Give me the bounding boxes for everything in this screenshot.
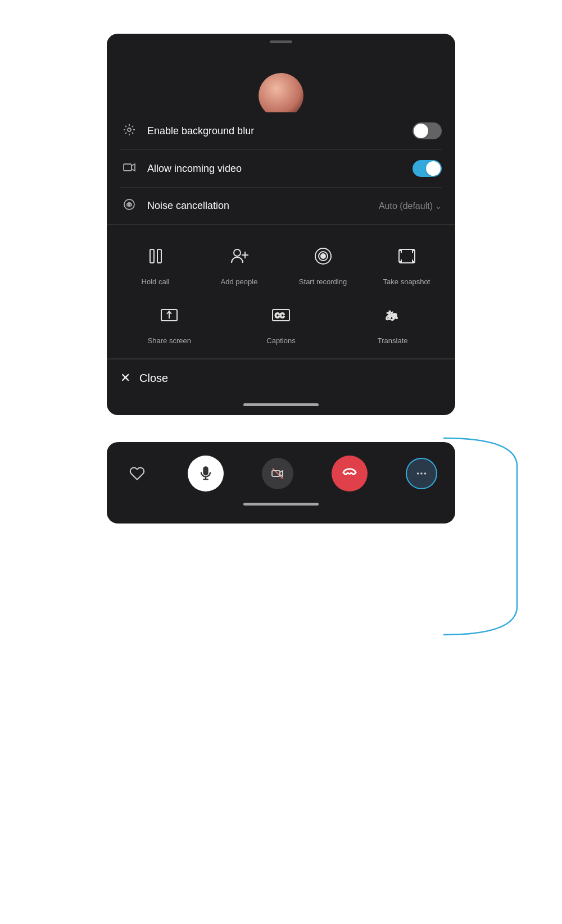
start-recording-button[interactable]: Start recording bbox=[283, 240, 362, 286]
svg-text:CC: CC bbox=[275, 312, 285, 320]
close-icon: ✕ bbox=[120, 371, 130, 385]
avatar bbox=[259, 73, 303, 112]
captions-label: Captions bbox=[266, 336, 295, 345]
incoming-video-row[interactable]: Allow incoming video bbox=[120, 150, 442, 188]
take-snapshot-button[interactable]: Take snapshot bbox=[367, 240, 446, 286]
share-screen-button[interactable]: Share screen bbox=[116, 299, 223, 345]
more-options-button[interactable] bbox=[406, 458, 437, 489]
svg-point-0 bbox=[128, 128, 131, 131]
actions-row1: Hold call Add people bbox=[107, 225, 455, 295]
add-people-label: Add people bbox=[221, 277, 258, 286]
chevron-down-icon: ⌄ bbox=[435, 202, 442, 211]
svg-rect-19 bbox=[204, 467, 208, 475]
take-snapshot-label: Take snapshot bbox=[383, 277, 430, 286]
share-screen-label: Share screen bbox=[148, 336, 191, 345]
close-label: Close bbox=[139, 372, 168, 385]
add-people-button[interactable]: Add people bbox=[200, 240, 279, 286]
cc-icon: CC bbox=[265, 299, 297, 331]
blur-icon bbox=[120, 123, 138, 139]
annotation-connector bbox=[444, 393, 534, 652]
hold-call-label: Hold call bbox=[142, 277, 170, 286]
svg-text:a: a bbox=[392, 311, 397, 320]
svg-point-3 bbox=[129, 204, 130, 206]
svg-point-11 bbox=[321, 254, 325, 258]
microphone-button[interactable] bbox=[188, 456, 224, 491]
translate-label: Translate bbox=[378, 336, 408, 345]
home-indicator-top bbox=[243, 403, 319, 406]
translate-button[interactable]: あ a Translate bbox=[339, 299, 446, 345]
start-recording-label: Start recording bbox=[299, 277, 347, 286]
snapshot-icon bbox=[391, 240, 423, 272]
drag-handle[interactable] bbox=[270, 40, 292, 43]
svg-point-24 bbox=[420, 472, 423, 475]
favorite-button[interactable] bbox=[125, 461, 149, 486]
noise-cancellation-row[interactable]: Noise cancellation Auto (default) ⌄ bbox=[120, 188, 442, 224]
svg-point-6 bbox=[234, 249, 241, 256]
captions-button[interactable]: CC Captions bbox=[228, 299, 335, 345]
incoming-video-label: Allow incoming video bbox=[147, 163, 413, 175]
share-screen-icon bbox=[153, 299, 185, 331]
home-indicator-bottom bbox=[243, 503, 319, 506]
background-blur-row[interactable]: Enable background blur bbox=[120, 112, 442, 150]
svg-rect-1 bbox=[124, 164, 132, 171]
end-call-button[interactable] bbox=[332, 456, 368, 491]
video-toggle-button[interactable] bbox=[262, 458, 293, 489]
background-blur-toggle[interactable] bbox=[413, 122, 442, 139]
actions-row2: Share screen CC Captions あ a bbox=[107, 295, 455, 358]
noise-cancellation-label: Noise cancellation bbox=[147, 200, 379, 212]
add-person-icon bbox=[224, 240, 255, 272]
svg-rect-4 bbox=[150, 249, 154, 263]
avatar-area bbox=[107, 34, 455, 112]
hold-call-button[interactable]: Hold call bbox=[116, 240, 195, 286]
incoming-video-toggle[interactable] bbox=[413, 160, 442, 177]
record-icon bbox=[307, 240, 339, 272]
svg-point-25 bbox=[424, 472, 427, 475]
call-controls bbox=[125, 456, 437, 491]
call-bar bbox=[107, 442, 455, 524]
noise-value[interactable]: Auto (default) ⌄ bbox=[379, 201, 442, 211]
noise-icon bbox=[120, 198, 138, 214]
bottom-sheet: Enable background blur Allow incoming vi… bbox=[107, 34, 455, 415]
pause-icon bbox=[140, 240, 171, 272]
svg-rect-5 bbox=[157, 249, 161, 263]
settings-section: Enable background blur Allow incoming vi… bbox=[107, 112, 455, 224]
close-button[interactable]: ✕ Close bbox=[107, 359, 455, 397]
video-icon bbox=[120, 161, 138, 177]
svg-point-23 bbox=[417, 472, 419, 475]
translate-icon: あ a bbox=[377, 299, 409, 331]
background-blur-label: Enable background blur bbox=[147, 125, 413, 137]
